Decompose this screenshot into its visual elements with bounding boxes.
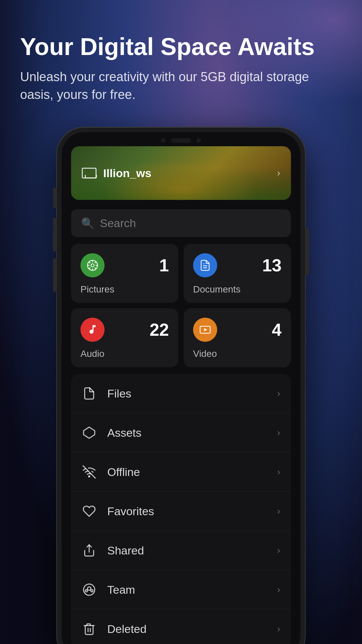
deleted-label: Deleted <box>107 623 146 636</box>
hero-title: Your Digital Space Awaits <box>20 34 342 60</box>
category-card-audio[interactable]: 22 Audio <box>71 308 178 367</box>
video-count: 4 <box>272 320 282 340</box>
offline-label: Offline <box>107 466 140 479</box>
side-button-silent <box>53 188 57 208</box>
notch-sensor <box>196 138 201 143</box>
category-grid: 1 Pictures <box>71 244 291 367</box>
category-card-documents[interactable]: 13 Documents <box>184 244 291 303</box>
banner-username: Illion_ws <box>103 167 152 180</box>
documents-label: Documents <box>193 284 282 295</box>
shared-icon <box>82 543 97 558</box>
drive-icon <box>82 168 97 178</box>
favorites-icon <box>82 504 97 519</box>
deleted-chevron-icon: › <box>277 624 280 634</box>
hero-section: Your Digital Space Awaits Unleash your c… <box>20 34 342 104</box>
search-placeholder-text: Search <box>100 217 136 230</box>
files-label: Files <box>107 387 131 400</box>
favorites-chevron-icon: › <box>277 506 280 517</box>
shared-label: Shared <box>107 544 144 557</box>
offline-chevron-icon: › <box>277 467 280 477</box>
side-button-volume-down <box>53 258 57 292</box>
hero-subtitle: Unleash your creativity with our 5GB dig… <box>20 68 342 104</box>
menu-item-files[interactable]: Files › <box>71 374 291 413</box>
menu-list: Files › Assets › <box>71 374 291 644</box>
banner-chevron-icon: › <box>277 168 280 178</box>
team-label: Team <box>107 583 135 596</box>
search-bar[interactable]: 🔍 Search <box>71 209 291 237</box>
audio-count: 22 <box>149 320 169 340</box>
documents-icon <box>193 253 217 277</box>
svg-point-0 <box>91 264 94 267</box>
assets-icon <box>82 425 97 440</box>
notch-camera <box>161 138 166 143</box>
offline-icon <box>82 465 97 479</box>
svg-marker-4 <box>204 328 207 331</box>
audio-label: Audio <box>80 348 169 359</box>
notch-pill <box>171 138 191 143</box>
audio-icon <box>80 318 105 342</box>
deleted-icon <box>82 622 97 636</box>
documents-count: 13 <box>262 255 282 275</box>
team-chevron-icon: › <box>277 584 280 595</box>
video-label: Video <box>193 348 282 359</box>
menu-item-team[interactable]: Team › <box>71 570 291 609</box>
search-container: 🔍 Search <box>71 209 291 237</box>
svg-point-10 <box>85 590 87 592</box>
side-button-volume-up <box>53 218 57 252</box>
menu-item-offline[interactable]: Offline › <box>71 452 291 492</box>
category-card-pictures[interactable]: 1 Pictures <box>71 244 178 303</box>
files-icon <box>82 386 97 401</box>
menu-item-assets[interactable]: Assets › <box>71 413 291 452</box>
team-icon <box>82 582 97 597</box>
assets-label: Assets <box>107 426 141 439</box>
header-banner[interactable]: Illion_ws › <box>71 146 291 200</box>
phone-mockup: Illion_ws › 🔍 Search <box>57 127 305 644</box>
phone-notch <box>62 132 300 146</box>
menu-item-shared[interactable]: Shared › <box>71 531 291 570</box>
category-card-video[interactable]: 4 Video <box>184 308 291 367</box>
favorites-label: Favorites <box>107 505 154 518</box>
pictures-label: Pictures <box>80 284 169 295</box>
files-chevron-icon: › <box>277 388 280 399</box>
pictures-icon <box>80 253 105 277</box>
shared-chevron-icon: › <box>277 545 280 556</box>
svg-point-6 <box>88 476 89 477</box>
video-icon <box>193 318 217 342</box>
menu-item-favorites[interactable]: Favorites › <box>71 492 291 531</box>
svg-point-9 <box>87 587 91 590</box>
svg-point-11 <box>91 590 93 592</box>
search-icon: 🔍 <box>81 217 95 230</box>
assets-chevron-icon: › <box>277 427 280 438</box>
svg-marker-5 <box>83 427 95 438</box>
pictures-count: 1 <box>159 255 169 275</box>
menu-item-deleted[interactable]: Deleted › <box>71 609 291 644</box>
side-button-power <box>305 228 309 275</box>
